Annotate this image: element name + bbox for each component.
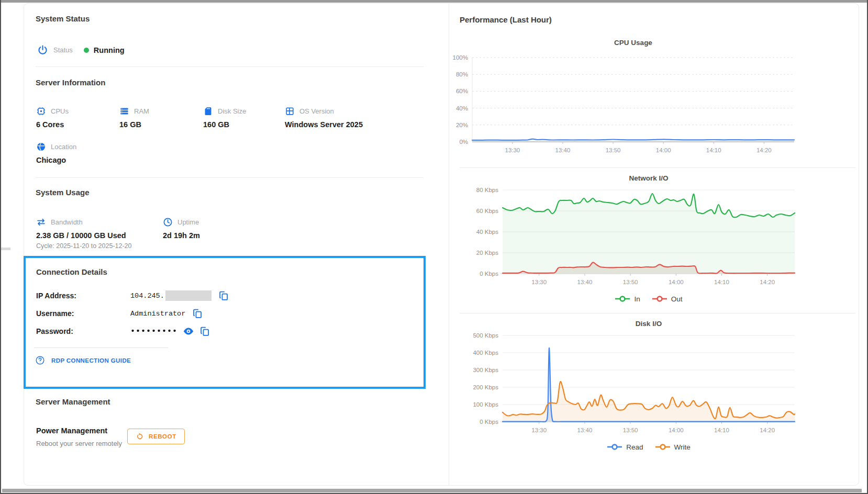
- info-item-os-version: OS Version Windows Server 2025: [285, 106, 363, 129]
- location-label: Location: [51, 143, 76, 151]
- copy-icon: [192, 308, 203, 319]
- svg-text:14:10: 14:10: [714, 279, 729, 285]
- in-legend-marker-icon: [615, 295, 630, 302]
- section-title-server-management: Server Management: [36, 397, 110, 406]
- svg-text:0 Kbps: 0 Kbps: [480, 271, 498, 277]
- disk-io-legend: Read Write: [503, 441, 795, 453]
- svg-text:20 Kbps: 20 Kbps: [476, 250, 498, 256]
- network-io-legend: In Out: [503, 293, 795, 305]
- status-label: Status: [53, 46, 73, 54]
- rdp-guide-link[interactable]: RDP CONNECTION GUIDE: [35, 355, 413, 365]
- svg-text:13:40: 13:40: [577, 279, 593, 285]
- copy-ip-button[interactable]: [218, 290, 229, 301]
- page-scroll-artifact: [1, 248, 10, 250]
- disk-icon: [203, 106, 213, 116]
- horizontal-scrollbar[interactable]: [2, 489, 862, 492]
- legend-label-out: Out: [671, 295, 683, 303]
- svg-text:80%: 80%: [456, 71, 468, 77]
- username-row: Username: Administrator: [36, 308, 413, 319]
- svg-text:13:40: 13:40: [555, 147, 571, 153]
- svg-text:13:50: 13:50: [606, 147, 621, 153]
- ram-value: 16 GB: [119, 120, 149, 129]
- bandwidth-label: Bandwidth: [51, 218, 83, 226]
- svg-text:80 Kbps: 80 Kbps: [476, 187, 498, 193]
- legend-label-in: In: [634, 295, 640, 303]
- svg-text:13:30: 13:30: [505, 147, 520, 153]
- cpus-label: CPUs: [51, 107, 69, 115]
- help-icon: [35, 355, 45, 365]
- os-icon: [285, 106, 295, 116]
- divider: [460, 313, 855, 313]
- out-legend-marker-icon: [652, 295, 667, 302]
- ram-icon: [119, 106, 129, 116]
- password-label: Password:: [36, 327, 130, 335]
- svg-text:14:20: 14:20: [760, 427, 775, 433]
- svg-text:60 Kbps: 60 Kbps: [476, 208, 498, 214]
- svg-text:100 Kbps: 100 Kbps: [473, 401, 498, 408]
- copy-username-button[interactable]: [192, 308, 203, 319]
- disk-size-value: 160 GB: [203, 120, 246, 129]
- username-value: Administrator: [130, 310, 185, 318]
- svg-text:40 Kbps: 40 Kbps: [476, 229, 498, 235]
- ip-address-redacted: [165, 290, 212, 301]
- os-version-value: Windows Server 2025: [285, 120, 363, 129]
- location-icon: [36, 142, 46, 152]
- cpus-value: 6 Cores: [36, 120, 69, 129]
- info-item-ram: RAM 16 GB: [119, 106, 149, 129]
- performance-panel: Performance (Last Hour) CPU Usage 0%20%4…: [449, 4, 860, 485]
- svg-text:13:30: 13:30: [531, 427, 547, 433]
- performance-panel-title: Performance (Last Hour): [460, 15, 860, 24]
- uptime-clock-icon: [163, 217, 173, 227]
- svg-text:500 Kbps: 500 Kbps: [473, 332, 498, 339]
- status-dot: [84, 48, 89, 53]
- bandwidth-value: 2.38 GB / 10000 GB Used: [36, 231, 132, 240]
- cpu-icon: [36, 106, 46, 116]
- ip-address-value: 104.245.: [130, 292, 164, 300]
- legend-item-read[interactable]: Read: [607, 443, 643, 451]
- section-title-server-information: Server Information: [36, 78, 105, 87]
- legend-item-out[interactable]: Out: [652, 295, 683, 303]
- reboot-button[interactable]: REBOOT: [127, 429, 185, 444]
- divider: [36, 66, 424, 67]
- ip-address-row: IP Address: 104.245.: [36, 290, 413, 301]
- username-label: Username:: [36, 309, 130, 318]
- divider: [36, 177, 424, 178]
- svg-text:60%: 60%: [456, 88, 468, 94]
- password-row: Password: •••••••••: [36, 325, 413, 337]
- copy-password-button[interactable]: [199, 326, 210, 337]
- connection-details-box: Connection Details IP Address: 104.245. …: [24, 256, 426, 389]
- power-icon: [37, 44, 48, 55]
- disk-io-chart: 0 Kbps100 Kbps200 Kbps300 Kbps400 Kbps50…: [449, 330, 860, 440]
- svg-text:13:40: 13:40: [577, 427, 593, 433]
- info-item-cpus: CPUs 6 Cores: [36, 106, 69, 129]
- legend-item-in[interactable]: In: [615, 295, 640, 303]
- eye-icon: [183, 325, 194, 337]
- svg-text:0%: 0%: [459, 139, 468, 145]
- show-password-button[interactable]: [183, 325, 194, 337]
- reboot-icon: [136, 432, 144, 441]
- svg-text:40%: 40%: [456, 105, 468, 111]
- disk-io-chart-title: Disk I/O: [503, 320, 795, 328]
- svg-text:14:20: 14:20: [756, 147, 772, 153]
- legend-label-write: Write: [674, 443, 691, 451]
- svg-text:0 Kbps: 0 Kbps: [480, 419, 498, 425]
- svg-text:14:20: 14:20: [760, 279, 775, 285]
- disk-size-label: Disk Size: [218, 107, 246, 115]
- rdp-guide-label: RDP CONNECTION GUIDE: [51, 357, 131, 364]
- location-value: Chicago: [36, 156, 76, 164]
- ip-address-label: IP Address:: [36, 291, 130, 300]
- read-legend-marker-icon: [607, 443, 622, 451]
- copy-icon: [199, 326, 210, 337]
- network-io-chart: 0 Kbps20 Kbps40 Kbps60 Kbps80 Kbps13:301…: [449, 185, 860, 291]
- usage-item-uptime: Uptime 2d 19h 2m: [163, 217, 200, 240]
- svg-text:13:30: 13:30: [531, 279, 547, 285]
- status-value: Running: [94, 46, 125, 54]
- info-item-disk-size: Disk Size 160 GB: [203, 106, 246, 129]
- dashboard-card: System Status Status Running Server Info…: [24, 3, 859, 486]
- server-details-panel: System Status Status Running Server Info…: [24, 4, 449, 485]
- ram-label: RAM: [134, 107, 149, 115]
- legend-label-read: Read: [626, 443, 643, 451]
- reboot-button-label: REBOOT: [149, 433, 176, 440]
- legend-item-write[interactable]: Write: [655, 443, 691, 451]
- usage-item-bandwidth: Bandwidth 2.38 GB / 10000 GB Used Cycle:…: [36, 217, 132, 250]
